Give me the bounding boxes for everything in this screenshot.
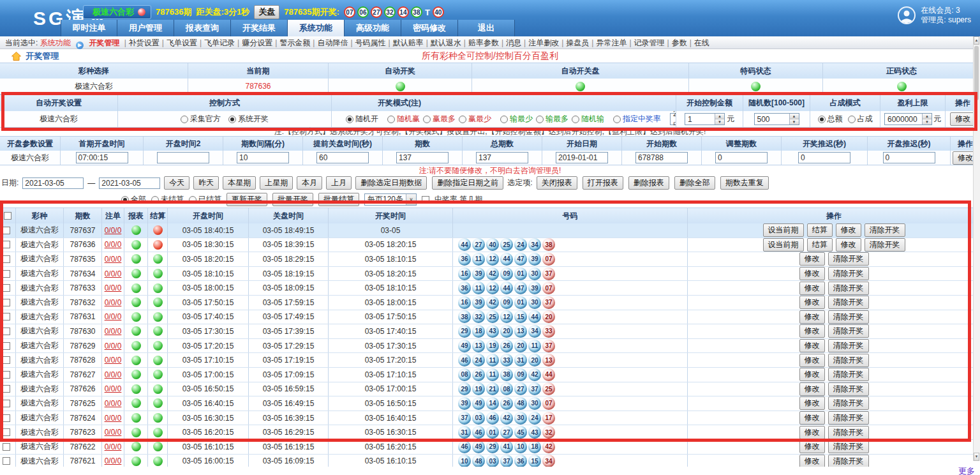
breadcrumb-link-补货设置[interactable]: 补货设置	[129, 38, 160, 47]
params-input-8[interactable]: 0	[715, 152, 768, 163]
clear-button[interactable]: 清除开奖	[865, 238, 905, 252]
params-input-7[interactable]: 678788	[635, 152, 688, 163]
clear-button[interactable]: 清除开奖	[828, 296, 869, 309]
scroll-up-icon[interactable]: ▲	[974, 36, 979, 45]
settle-button[interactable]: 结算	[807, 223, 833, 237]
row-bets-link[interactable]: 0/0/0	[105, 456, 122, 465]
settle-dot-green[interactable]	[153, 356, 163, 365]
modify-button[interactable]: 修改	[799, 382, 825, 396]
radio-lose-most[interactable]: 输最多	[536, 114, 568, 124]
report-button-打开报表[interactable]: 打开报表	[583, 176, 623, 190]
report-dot-green[interactable]	[131, 254, 141, 264]
settle-dot-green[interactable]	[153, 254, 163, 264]
modify-button[interactable]: 修改	[799, 426, 825, 439]
row-checkbox[interactable]	[3, 328, 10, 335]
report-dot-green[interactable]	[131, 442, 141, 451]
clear-button[interactable]: 清除开奖	[828, 440, 869, 453]
row-bets-link[interactable]: 0/0/0	[105, 384, 122, 393]
quick-button-昨天[interactable]: 昨天	[193, 176, 219, 190]
row-checkbox[interactable]	[3, 227, 10, 234]
row-checkbox[interactable]	[3, 443, 10, 451]
radio-random-lose[interactable]: 随机输	[572, 114, 604, 124]
clear-button[interactable]: 清除开奖	[828, 310, 869, 324]
profit-cap-input[interactable]: 6000000▲▼	[884, 113, 932, 125]
settle-dot-green[interactable]	[153, 370, 163, 379]
row-checkbox[interactable]	[3, 270, 10, 278]
params-input-9[interactable]: 0	[798, 152, 850, 163]
report-dot-green[interactable]	[131, 283, 141, 293]
report-dot-green[interactable]	[131, 370, 141, 379]
row-bets-link[interactable]: 0/0/0	[105, 327, 122, 336]
settle-dot-green[interactable]	[153, 312, 163, 322]
breadcrumb-link-飞单记录[interactable]: 飞单记录	[204, 38, 235, 47]
row-checkbox[interactable]	[3, 457, 10, 465]
scroll-down-icon[interactable]: ▼	[974, 453, 979, 461]
modify-button[interactable]: 修改	[799, 310, 825, 324]
clear-button[interactable]: 清除开奖	[828, 354, 869, 367]
report-button-删除全部[interactable]: 删除全部	[674, 176, 715, 190]
clear-button[interactable]: 清除开奖	[828, 382, 869, 396]
breadcrumb-link-号码属性[interactable]: 号码属性	[355, 38, 386, 47]
row-checkbox[interactable]	[3, 428, 10, 436]
page-size-select[interactable]: 每页120条∨	[364, 193, 417, 206]
modify-button[interactable]: 修改	[799, 396, 825, 410]
clear-button[interactable]: 清除开奖	[828, 455, 869, 467]
tab-系统功能[interactable]: 系统功能	[288, 20, 345, 36]
breadcrumb-link-警示金额[interactable]: 警示金额	[279, 38, 310, 47]
row-bets-link[interactable]: 0/0/0	[105, 414, 122, 423]
report-button-期数去重复[interactable]: 期数去重复	[720, 176, 769, 190]
modify-button[interactable]: 修改	[799, 339, 825, 352]
breadcrumb-link-参数[interactable]: 参数	[672, 38, 687, 47]
row-checkbox[interactable]	[3, 385, 10, 393]
breadcrumb-page[interactable]: 开奖管理	[89, 38, 119, 47]
quick-button-今天[interactable]: 今天	[164, 176, 189, 190]
quick-button-本月[interactable]: 本月	[297, 176, 322, 190]
delete-button-删除指定日期之前[interactable]: 删除指定日期之前	[432, 176, 503, 190]
clear-button[interactable]: 清除开奖	[828, 267, 869, 280]
settle-dot-green[interactable]	[153, 413, 163, 423]
row-checkbox[interactable]	[3, 241, 10, 248]
vertical-scrollbar[interactable]: ▲ ▼	[973, 36, 980, 461]
radio-system-draw[interactable]: 系统开奖	[228, 114, 269, 124]
row-checkbox[interactable]	[3, 313, 10, 320]
quick-button-本星期[interactable]: 本星期	[223, 176, 256, 190]
modify-button[interactable]: 修改	[799, 411, 825, 425]
more-link[interactable]: 更多	[954, 465, 975, 475]
report-button-关闭报表[interactable]: 关闭报表	[537, 176, 577, 190]
row-bets-link[interactable]: 0/0/0	[105, 428, 122, 437]
radio-unsettled[interactable]: 未结算	[151, 194, 184, 205]
report-dot-green[interactable]	[131, 384, 141, 394]
row-checkbox[interactable]	[3, 342, 10, 350]
clear-button[interactable]: 清除开奖	[828, 339, 869, 352]
modify-button[interactable]: 修改	[799, 354, 825, 367]
rate-checkbox[interactable]	[422, 196, 429, 204]
params-input-3[interactable]: 60	[316, 152, 369, 163]
settle-dot-green[interactable]	[153, 326, 163, 336]
close-badge[interactable]: 关盘	[254, 5, 279, 19]
modify-button[interactable]: 修改	[799, 368, 825, 381]
radio-all[interactable]: 全部	[121, 194, 146, 205]
breadcrumb-link-默认退水[interactable]: 默认退水	[431, 38, 461, 47]
radio-collect-official[interactable]: 采集官方	[181, 114, 221, 124]
row-bets-link[interactable]: 0/0/0	[105, 399, 122, 408]
radio-total-amount[interactable]: 总额	[818, 114, 843, 124]
batch-settle-button[interactable]: 批量结算	[318, 193, 359, 206]
row-checkbox[interactable]	[3, 255, 10, 263]
row-bets-link[interactable]: 0/0/0	[105, 226, 122, 235]
report-dot-green[interactable]	[131, 341, 141, 351]
breadcrumb-link-记录管理[interactable]: 记录管理	[634, 38, 665, 47]
report-dot-green[interactable]	[131, 428, 141, 437]
breadcrumb-link-赚分设置[interactable]: 赚分设置	[242, 38, 272, 47]
breadcrumb-link-操盘员[interactable]: 操盘员	[566, 38, 589, 47]
params-input-6[interactable]: 2019-01-01	[556, 152, 608, 163]
clear-button[interactable]: 清除开奖	[828, 411, 869, 425]
date-from-input[interactable]: 2021-03-05	[22, 177, 84, 189]
clear-button[interactable]: 清除开奖	[828, 282, 869, 295]
modify-button[interactable]: 修改	[799, 324, 825, 338]
win-rate-select[interactable]: 2期中1∨	[670, 113, 676, 125]
modify-button[interactable]: 修改	[836, 238, 861, 252]
tab-报表查询[interactable]: 报表查询	[174, 20, 231, 36]
batch-draw-button[interactable]: 批量开奖	[272, 193, 313, 206]
scrollbar-thumb[interactable]	[974, 46, 979, 100]
settle-dot-green[interactable]	[153, 298, 163, 307]
